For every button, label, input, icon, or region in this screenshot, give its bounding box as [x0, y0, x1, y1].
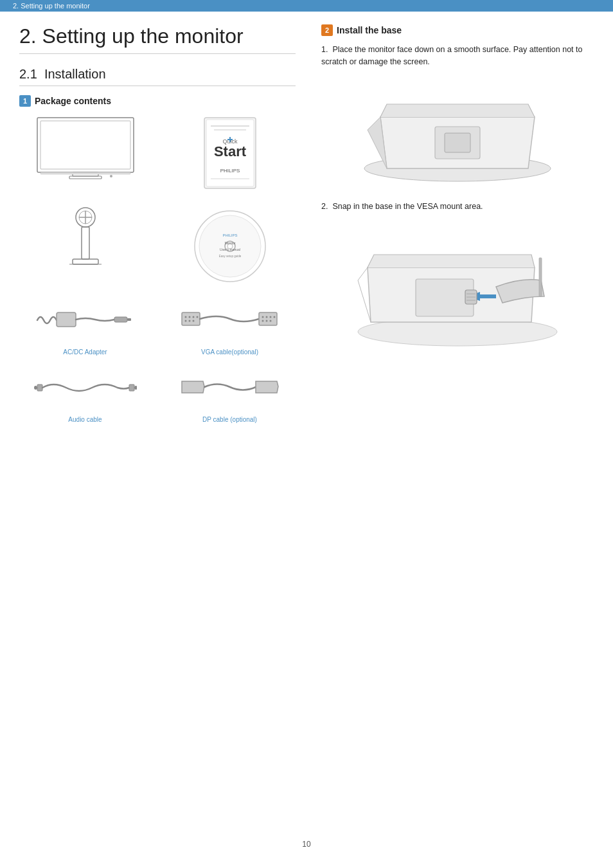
quickstart-illustration: Start Quick PHILIPS [195, 114, 265, 198]
svg-text:PHILIPS: PHILIPS [222, 233, 237, 237]
svg-rect-31 [57, 312, 76, 327]
list-item: Start Quick PHILIPS [164, 114, 296, 198]
cd-illustration: PHILIPS Monitor User's manual Easy setup… [188, 204, 272, 288]
list-item: VGA cable(optional) [164, 294, 296, 356]
left-column: 2. Setting up the monitor 2.1 Installati… [19, 24, 296, 429]
package-grid: Start Quick PHILIPS [19, 114, 296, 423]
svg-rect-42 [259, 312, 277, 325]
svg-point-49 [269, 320, 271, 322]
svg-rect-52 [129, 384, 134, 391]
breadcrumb: 2. Setting up the monitor [0, 0, 613, 12]
svg-rect-20 [82, 227, 89, 259]
svg-rect-5 [40, 172, 130, 174]
svg-rect-21 [73, 259, 98, 264]
svg-text:Monitor: Monitor [224, 241, 235, 245]
svg-marker-54 [182, 381, 204, 393]
svg-rect-0 [37, 118, 134, 172]
audio-cable-illustration [34, 362, 137, 413]
svg-marker-55 [256, 381, 278, 393]
page-number: 10 [0, 840, 613, 849]
step1-text: 1. Place the monitor face down on a smoo… [321, 44, 594, 68]
list-item: PHILIPS Monitor User's manual Easy setup… [164, 204, 296, 288]
svg-rect-61 [539, 258, 542, 296]
list-item [19, 204, 151, 288]
svg-point-47 [262, 320, 263, 322]
svg-point-36 [188, 316, 190, 318]
install-step-2: 2. Snap in the base in the VESA mount ar… [321, 201, 594, 213]
stand-illustration [53, 204, 118, 282]
svg-point-43 [262, 316, 263, 318]
svg-text:User's manual: User's manual [220, 248, 240, 251]
step2-text: 2. Snap in the base in the VESA mount ar… [321, 201, 594, 213]
badge-1: 1 [19, 95, 31, 107]
svg-rect-58 [445, 133, 470, 152]
svg-point-35 [184, 316, 186, 318]
section-title: 2.1 Installation [19, 67, 296, 86]
monitor-illustration [34, 114, 137, 185]
svg-point-44 [265, 316, 267, 318]
ac-adapter-label: AC/DC Adapter [63, 348, 107, 356]
svg-point-4 [110, 175, 112, 177]
badge-2: 2 [321, 24, 333, 36]
svg-point-45 [269, 316, 271, 318]
svg-rect-51 [34, 386, 37, 390]
right-column: 2 Install the base 1. Place the monitor … [308, 24, 594, 429]
svg-point-48 [265, 320, 267, 322]
svg-point-38 [196, 316, 198, 318]
package-contents-label: 1 Package contents [19, 95, 296, 107]
svg-point-46 [273, 316, 275, 318]
dp-cable-illustration [179, 362, 281, 413]
svg-point-40 [188, 320, 190, 322]
svg-point-41 [192, 320, 194, 322]
svg-point-39 [184, 320, 186, 322]
svg-rect-34 [182, 312, 200, 325]
audio-cable-label: Audio cable [68, 416, 102, 423]
list-item [19, 114, 151, 198]
svg-rect-1 [40, 121, 130, 169]
dp-cable-label: DP cable (optional) [202, 416, 257, 423]
svg-rect-3 [69, 176, 102, 179]
install-step-1: 1. Place the monitor face down on a smoo… [321, 44, 594, 68]
svg-rect-53 [134, 386, 137, 390]
step1-diagram [321, 78, 594, 194]
chapter-title: 2. Setting up the monitor [19, 24, 296, 54]
svg-text:Easy setup guide: Easy setup guide [218, 255, 241, 258]
svg-text:PHILIPS: PHILIPS [220, 168, 240, 174]
step2-diagram [321, 222, 594, 351]
list-item: DP cable (optional) [164, 362, 296, 423]
install-base-label: 2 Install the base [321, 24, 594, 36]
vga-cable-illustration [179, 294, 281, 346]
vga-cable-label: VGA cable(optional) [201, 348, 258, 356]
list-item: AC/DC Adapter [19, 294, 151, 356]
svg-point-37 [192, 316, 194, 318]
ac-adapter-illustration [34, 294, 137, 346]
svg-text:Start: Start [213, 143, 246, 159]
list-item: Audio cable [19, 362, 151, 423]
svg-rect-33 [127, 318, 131, 321]
svg-rect-32 [114, 317, 127, 322]
